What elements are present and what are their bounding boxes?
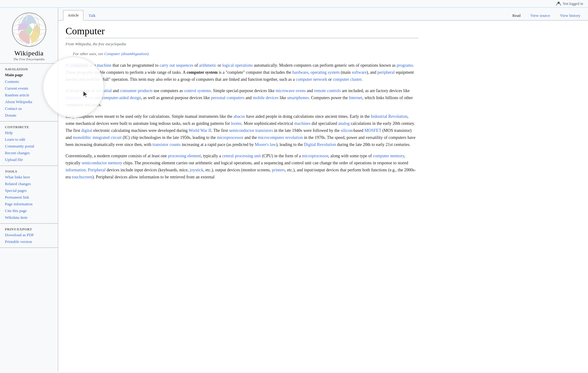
link-information[interactable]: information	[66, 168, 86, 172]
tab-view-history[interactable]: View history	[555, 10, 585, 21]
link-digital-revolution[interactable]: Digital Revolution	[304, 142, 336, 147]
right-tabs: Read View source View history	[508, 10, 588, 20]
link-programs[interactable]: programs	[397, 63, 413, 68]
link-control-systems[interactable]: control systems	[184, 88, 211, 93]
link-computer[interactable]: computer	[70, 63, 89, 68]
sidebar-item-download-pdf[interactable]: Download as PDF	[0, 232, 58, 238]
tools-section: Tools What links here Related changes Sp…	[0, 166, 58, 224]
link-joystick[interactable]: joystick	[190, 168, 203, 172]
sidebar: Wikipedia The Free Encyclopedia Navigati…	[0, 8, 58, 371]
link-abacus[interactable]: abacus	[233, 114, 245, 119]
sidebar-item-special-pages[interactable]: Special pages	[0, 187, 58, 194]
sidebar-item-page-information[interactable]: Page information	[0, 201, 58, 207]
link-microprocessor2[interactable]: microprocessor	[302, 154, 328, 158]
link-smartphones[interactable]: smartphones	[287, 95, 309, 100]
sidebar-item-help[interactable]: Help	[0, 129, 58, 136]
link-touchscreen[interactable]: touchscreen	[72, 175, 92, 179]
link-consumer-products[interactable]: consumer products	[120, 88, 153, 93]
contribute-section: Contribute Help Learn to edit Community …	[0, 121, 58, 166]
sidebar-item-main-page[interactable]: Main page	[0, 72, 58, 78]
link-moores-law[interactable]: Moore's law	[255, 142, 276, 147]
sidebar-item-recent-changes[interactable]: Recent changes	[0, 150, 58, 156]
wiki-wordmark: Wikipedia	[5, 49, 53, 57]
sidebar-item-current-events[interactable]: Current events	[0, 85, 58, 92]
sidebar-item-wikidata-item[interactable]: Wikidata item	[0, 214, 58, 221]
link-machines[interactable]: machines	[294, 121, 311, 126]
link-software[interactable]: software	[352, 70, 367, 75]
tools-title: Tools	[0, 168, 58, 174]
link-semiconductor-transistors[interactable]: semiconductor transistors	[229, 128, 273, 133]
article-title: Computer	[66, 25, 418, 38]
sidebar-item-upload-file[interactable]: Upload file	[0, 156, 58, 163]
link-operating-system[interactable]: operating system	[311, 70, 340, 75]
link-peripheral[interactable]: peripheral	[377, 70, 395, 75]
article-body: A computer is a machine that can be prog…	[66, 62, 418, 181]
link-printers[interactable]: printers	[272, 168, 285, 172]
article-hatnote: For other uses, see Computer (disambigua…	[66, 50, 418, 59]
sidebar-item-printable-version[interactable]: Printable version	[0, 238, 58, 245]
link-internet[interactable]: Internet	[349, 95, 362, 100]
link-computer-cluster[interactable]: computer cluster	[333, 77, 361, 82]
sidebar-item-what-links-here[interactable]: What links here	[0, 174, 58, 181]
link-industrial-robots[interactable]: industrial robots	[66, 95, 93, 100]
contribute-title: Contribute	[0, 124, 58, 129]
link-cpu[interactable]: central processing unit	[222, 154, 261, 158]
sidebar-item-donate[interactable]: Donate	[0, 112, 58, 119]
link-machine[interactable]: machine	[97, 63, 111, 68]
link-transistor-counts[interactable]: transistor counts	[153, 142, 181, 147]
sidebar-item-cite-this-page[interactable]: Cite this page	[0, 207, 58, 214]
link-computer-aided-design[interactable]: computer-aided design	[102, 95, 141, 100]
link-remote-controls[interactable]: remote controls	[314, 88, 341, 93]
link-digital[interactable]: digital	[81, 128, 92, 133]
tab-read[interactable]: Read	[508, 10, 525, 21]
sidebar-item-permanent-link[interactable]: Permanent link	[0, 194, 58, 201]
disambiguation-link[interactable]: Computer (disambiguation).	[104, 51, 149, 56]
tab-view-source[interactable]: View source	[526, 10, 555, 21]
link-hardware[interactable]: hardware	[292, 70, 308, 75]
link-microwave-ovens[interactable]: microwave ovens	[276, 88, 306, 93]
sidebar-item-contents[interactable]: Contents	[0, 78, 58, 85]
link-looms[interactable]: looms	[231, 121, 241, 126]
sidebar-item-contact-us[interactable]: Contact us	[0, 105, 58, 112]
left-tabs: Article Talk	[58, 10, 101, 20]
link-industrial-revolution[interactable]: Industrial Revolution	[371, 114, 407, 119]
article-paragraph-2: A broad range of industrial and consumer…	[66, 87, 418, 108]
link-world-war-ii[interactable]: World War II	[189, 128, 211, 133]
tab-talk[interactable]: Talk	[84, 10, 100, 21]
tab-bar: Article Talk Read View source View histo…	[58, 8, 588, 21]
top-bar: Not logged in	[0, 0, 588, 8]
user-area[interactable]: Not logged in	[556, 1, 583, 6]
link-peripheral2[interactable]: Peripheral	[88, 168, 106, 172]
link-personal-computers[interactable]: personal computers	[211, 95, 244, 100]
link-arithmetic[interactable]: arithmetic	[199, 63, 217, 68]
link-mobile-devices[interactable]: mobile devices	[253, 95, 278, 100]
navigation-section: Navigation Main page Contents Current ev…	[0, 64, 58, 121]
sidebar-item-related-changes[interactable]: Related changes	[0, 181, 58, 187]
link-monolithic-integrated-circuit[interactable]: monolithic integrated circuit	[73, 135, 122, 140]
link-silicon[interactable]: silicon	[341, 128, 352, 133]
print-title: Print/export	[0, 226, 58, 232]
link-mosfet[interactable]: MOSFET	[364, 128, 381, 133]
link-carry-out[interactable]: carry out sequences	[160, 63, 193, 68]
link-microcomputer-revolution[interactable]: microcomputer revolution	[258, 135, 303, 140]
sidebar-item-random-article[interactable]: Random article	[0, 92, 58, 99]
article-paragraph-4: Conventionally, a modern computer consis…	[66, 152, 418, 181]
sidebar-logo: Wikipedia The Free Encyclopedia	[0, 8, 58, 64]
link-computer-network[interactable]: computer network	[296, 77, 327, 82]
link-microprocessor[interactable]: microprocessor	[217, 135, 243, 140]
article-paragraph-1: A computer is a machine that can be prog…	[66, 62, 418, 83]
tab-article[interactable]: Article	[63, 10, 83, 21]
sidebar-item-about-wikipedia[interactable]: About Wikipedia	[0, 99, 58, 105]
sidebar-item-community-portal[interactable]: Community portal	[0, 143, 58, 150]
link-industrial[interactable]: industrial	[96, 88, 112, 93]
main-content: Article Talk Read View source View histo…	[58, 8, 588, 371]
link-semiconductor-memory[interactable]: semiconductor memory	[82, 161, 123, 165]
link-processing-element[interactable]: processing element	[168, 154, 201, 158]
link-logical-operations[interactable]: logical operations	[222, 63, 253, 68]
wikipedia-globe	[11, 11, 47, 48]
link-analog[interactable]: analog	[338, 121, 349, 126]
sidebar-item-learn-to-edit[interactable]: Learn to edit	[0, 136, 58, 143]
user-label: Not logged in	[563, 2, 583, 6]
link-computer-memory[interactable]: computer memory	[373, 154, 404, 158]
navigation-title: Navigation	[0, 66, 58, 72]
